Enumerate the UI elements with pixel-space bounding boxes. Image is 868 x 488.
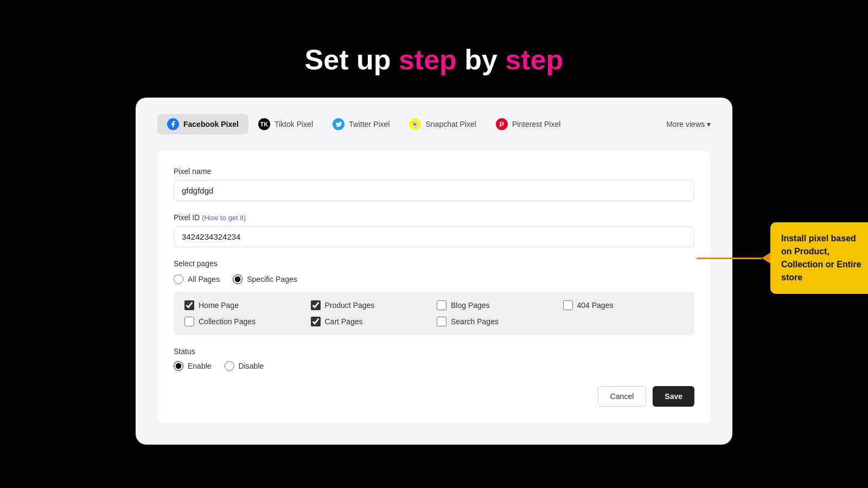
cancel-button[interactable]: Cancel — [598, 386, 647, 407]
chevron-down-icon: ▾ — [707, 120, 711, 129]
callout-box: Install pixel based on Product, Collecti… — [770, 222, 868, 294]
specific-pages-radio[interactable]: Specific Pages — [233, 274, 297, 284]
tab-facebook[interactable]: Facebook Pixel — [157, 114, 248, 134]
404-pages-checkbox[interactable]: 404 Pages — [563, 300, 684, 310]
tiktok-icon: TK — [258, 118, 270, 130]
pixel-name-group: Pixel name — [174, 167, 694, 201]
product-pages-checkbox-input[interactable] — [311, 300, 321, 310]
specific-pages-radio-input[interactable] — [233, 274, 242, 284]
form-actions: Cancel Save — [174, 386, 694, 407]
product-pages-checkbox[interactable]: Product Pages — [311, 300, 432, 310]
collection-pages-checkbox[interactable]: Collection Pages — [184, 317, 305, 326]
snapchat-icon: 👻 — [409, 118, 421, 130]
all-pages-radio-input[interactable] — [174, 274, 183, 284]
blog-pages-checkbox-input[interactable] — [437, 300, 446, 310]
pixel-id-label: Pixel ID (How to get it) — [174, 213, 694, 222]
all-pages-radio[interactable]: All Pages — [174, 274, 220, 284]
pages-radio-group: All Pages Specific Pages — [174, 274, 694, 284]
pixel-name-label: Pixel name — [174, 167, 694, 176]
status-enable-radio-input[interactable] — [174, 361, 183, 371]
how-to-get-it-link[interactable]: (How to get it) — [202, 214, 246, 222]
status-label: Status — [174, 347, 694, 356]
blog-pages-checkbox[interactable]: Blog Pages — [437, 300, 558, 310]
tab-pinterest[interactable]: P Pinterest Pixel — [486, 114, 570, 134]
select-pages-label: Select pages — [174, 259, 694, 268]
save-button[interactable]: Save — [653, 386, 694, 407]
status-disable-radio[interactable]: Disable — [225, 361, 264, 371]
pixel-name-input[interactable] — [174, 180, 694, 201]
pixel-id-group: Pixel ID (How to get it) — [174, 213, 694, 247]
collection-pages-checkbox-input[interactable] — [184, 317, 194, 326]
status-enable-radio[interactable]: Enable — [174, 361, 212, 371]
pages-checkbox-grid: Home Page Product Pages Blog Pages 404 P… — [174, 292, 694, 335]
arrow-wrapper — [697, 253, 770, 264]
page-title: Set up step by step — [305, 43, 564, 76]
tab-bar: Facebook Pixel TK Tiktok Pixel Twitter P… — [157, 114, 711, 134]
select-pages-group: Select pages All Pages Specific Pages Ho… — [174, 259, 694, 335]
status-radio-group: Enable Disable — [174, 361, 694, 371]
callout-container: Install pixel based on Product, Collecti… — [697, 222, 868, 294]
status-section: Status Enable Disable — [174, 347, 694, 371]
tab-tiktok[interactable]: TK Tiktok Pixel — [248, 114, 323, 134]
cart-pages-checkbox[interactable]: Cart Pages — [311, 317, 432, 326]
search-pages-checkbox[interactable]: Search Pages — [437, 317, 558, 326]
facebook-icon — [167, 118, 179, 130]
home-page-checkbox-input[interactable] — [184, 300, 194, 310]
cart-pages-checkbox-input[interactable] — [311, 317, 321, 326]
arrow-line — [697, 258, 762, 259]
arrow-head — [762, 253, 770, 264]
home-page-checkbox[interactable]: Home Page — [184, 300, 305, 310]
more-views-dropdown[interactable]: More views ▾ — [666, 120, 711, 129]
status-disable-radio-input[interactable] — [225, 361, 234, 371]
pinterest-icon: P — [496, 118, 508, 130]
twitter-icon — [333, 118, 344, 130]
404-pages-checkbox-input[interactable] — [563, 300, 573, 310]
tab-snapchat[interactable]: 👻 Snapchat Pixel — [399, 114, 486, 134]
tab-twitter[interactable]: Twitter Pixel — [323, 114, 399, 134]
form-body: Pixel name Pixel ID (How to get it) Sele… — [157, 151, 711, 423]
search-pages-checkbox-input[interactable] — [437, 317, 446, 326]
pixel-id-input[interactable] — [174, 226, 694, 247]
